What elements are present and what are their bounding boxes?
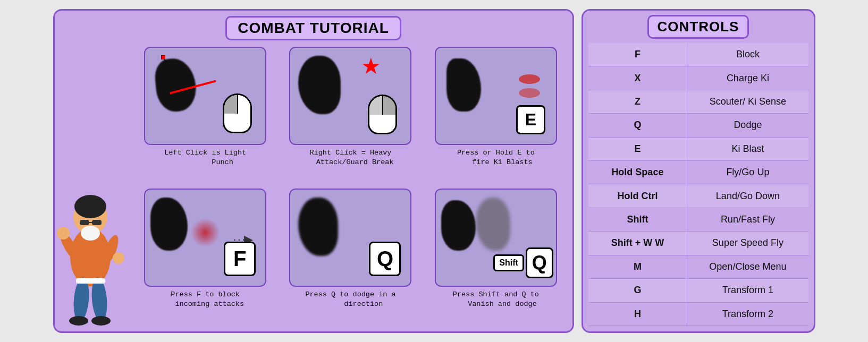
energy-disc-1	[519, 74, 540, 84]
controls-row-0: F Block	[588, 43, 808, 66]
mouse-right-btn-2	[383, 96, 396, 115]
controls-row-8: Shift + W W Super Speed Fly	[588, 232, 808, 255]
fighter-blob-5	[298, 198, 338, 256]
tutorial-cell-vanish: Shift Q Press Shift and Q to Vanish and …	[426, 189, 566, 325]
controls-row-11: H Transform 2	[588, 302, 808, 326]
fighter-blob-6b	[476, 198, 510, 251]
controls-row-10: G Transform 1	[588, 279, 808, 302]
tutorial-image-vanish: Shift Q	[435, 189, 557, 287]
caption-light-punch: Left Click is Light Punch	[164, 148, 246, 167]
svg-point-16	[61, 230, 66, 236]
key-e-box[interactable]: E	[516, 105, 545, 134]
control-key-2: Z	[588, 90, 687, 113]
control-action-9: Open/Close Menu	[687, 255, 808, 278]
controls-row-9: M Open/Close Menu	[588, 255, 808, 278]
control-key-8: Shift + W W	[588, 232, 687, 255]
shift-key-display: Shift	[493, 254, 524, 271]
tutorial-title: COMBAT TUTORIAL	[225, 16, 401, 40]
control-action-8: Super Speed Fly	[687, 232, 808, 255]
key-q-box[interactable]: Q	[369, 242, 401, 276]
caption-vanish: Press Shift and Q to Vanish and dodge	[453, 290, 539, 309]
mouse-right-btn	[238, 95, 251, 114]
fighter-blob-4	[150, 198, 188, 251]
tutorial-image-light-punch: ↖	[144, 47, 266, 145]
art-ki-blast: E	[436, 48, 556, 144]
shift-q-keys: Shift Q	[493, 247, 553, 278]
control-key-4: E	[588, 137, 687, 160]
control-action-0: Block	[687, 43, 808, 66]
svg-point-14	[91, 316, 111, 326]
control-key-5: Hold Space	[588, 160, 687, 184]
art-dodge: Q	[290, 190, 410, 286]
tutorial-cell-block: · · ·▶ F Press F to block incoming attac…	[136, 189, 275, 325]
control-key-9: M	[588, 255, 687, 278]
tutorial-cell-heavy-attack: ★ Right Click = Heavy Attack/Guard Break	[281, 47, 420, 183]
tutorial-cell-ki-blast: E Press or Hold E to fire Ki Blasts	[426, 47, 566, 183]
art-heavy-attack: ★	[290, 48, 410, 144]
cursor-dot	[161, 55, 165, 59]
svg-point-13	[69, 316, 88, 326]
controls-row-2: Z Scouter/ Ki Sense	[588, 90, 808, 113]
control-action-5: Fly/Go Up	[687, 160, 808, 184]
control-action-6: Land/Go Down	[687, 184, 808, 208]
fighter-blob-3	[446, 58, 481, 112]
tutorial-image-ki-blast: E	[435, 47, 557, 145]
control-action-7: Run/Fast Fly	[687, 208, 808, 231]
control-key-1: X	[588, 66, 687, 90]
svg-point-10	[113, 252, 124, 264]
control-action-11: Transform 2	[687, 302, 808, 326]
svg-point-6	[74, 195, 106, 218]
character-svg	[49, 172, 132, 331]
control-key-3: Q	[588, 114, 687, 137]
control-key-10: G	[588, 279, 687, 302]
art-vanish: Shift Q	[436, 190, 556, 286]
svg-rect-15	[76, 278, 105, 284]
controls-row-6: Hold Ctrl Land/Go Down	[588, 184, 808, 208]
art-light-punch: ↖	[145, 48, 265, 144]
control-action-1: Charge Ki	[687, 66, 808, 90]
caption-dodge: Press Q to dodge in a direction	[305, 290, 395, 309]
svg-rect-3	[92, 220, 102, 225]
tutorial-image-dodge: Q	[289, 189, 411, 287]
control-action-2: Scouter/ Ki Sense	[687, 90, 808, 113]
controls-row-1: X Charge Ki	[588, 66, 808, 90]
controls-row-5: Hold Space Fly/Go Up	[588, 160, 808, 184]
main-wrapper: COMBAT TUTORIAL	[53, 9, 815, 333]
control-key-6: Hold Ctrl	[588, 184, 687, 208]
controls-tbody: F Block X Charge Ki Z Scouter/ Ki Sense …	[588, 43, 808, 326]
control-key-0: F	[588, 43, 687, 66]
red-star: ★	[361, 53, 381, 79]
mouse-body-2	[368, 95, 397, 134]
key-q-vanish[interactable]: Q	[526, 247, 553, 278]
controls-row-3: Q Dodge	[588, 114, 808, 137]
tutorial-cell-light-punch: ↖ Left Click is Light Punch	[136, 47, 275, 183]
controls-row-7: Shift Run/Fast Fly	[588, 208, 808, 231]
control-action-10: Transform 1	[687, 279, 808, 302]
svg-rect-2	[80, 220, 89, 225]
controls-row-4: E Ki Blast	[588, 137, 808, 160]
mouse-left-btn-2	[369, 96, 383, 115]
controls-title: CONTROLS	[647, 15, 749, 39]
controls-table: F Block X Charge Ki Z Scouter/ Ki Sense …	[588, 43, 808, 326]
mouse-left-click	[223, 93, 252, 133]
caption-ki-blast: Press or Hold E to fire Ki Blasts	[457, 148, 535, 167]
control-action-3: Dodge	[687, 114, 808, 137]
energy-discs	[519, 74, 540, 98]
tutorial-image-block: · · ·▶ F	[144, 189, 266, 287]
mouse-body	[223, 93, 252, 133]
controls-panel: CONTROLS F Block X Charge Ki Z Scouter/ …	[582, 9, 815, 333]
control-key-7: Shift	[588, 208, 687, 231]
character-figure	[49, 172, 134, 331]
svg-point-5	[81, 226, 100, 241]
art-block: · · ·▶ F	[145, 190, 265, 286]
glow-red-1	[191, 218, 220, 247]
caption-heavy-attack: Right Click = Heavy Attack/Guard Break	[307, 148, 393, 167]
fighter-blob-2	[298, 56, 341, 114]
mouse-left-btn	[224, 95, 238, 114]
control-key-11: H	[588, 302, 687, 326]
caption-block: Press F to block incoming attacks	[166, 290, 244, 309]
key-f-box[interactable]: F	[224, 242, 256, 276]
fighter-blob-1	[154, 57, 198, 113]
control-action-4: Ki Blast	[687, 137, 808, 160]
tutorial-image-heavy-attack: ★	[289, 47, 411, 145]
